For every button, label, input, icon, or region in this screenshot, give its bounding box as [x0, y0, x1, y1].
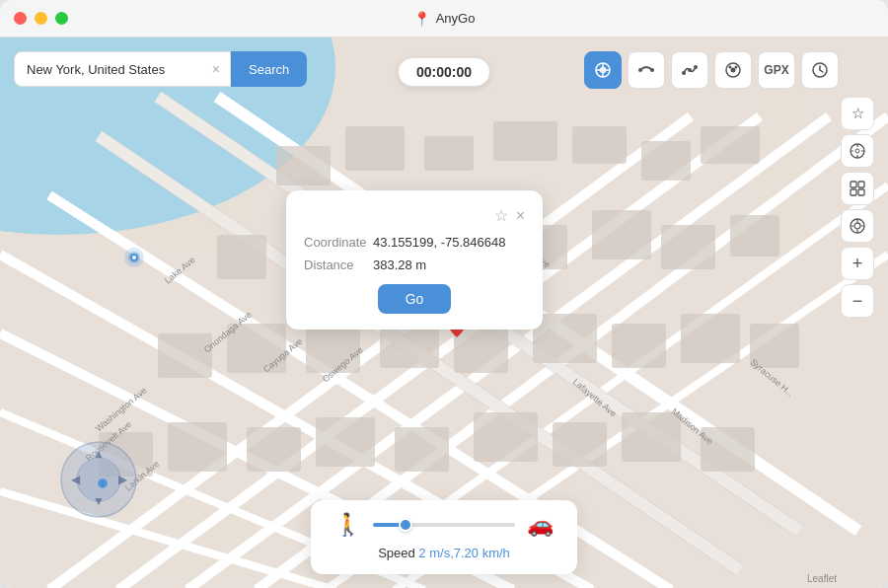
svg-point-80 [638, 68, 642, 72]
svg-point-87 [735, 66, 738, 69]
svg-point-86 [731, 68, 736, 73]
main-content: Lake Ave Onondaga Ave Cayuga Ave Oswego … [0, 37, 888, 588]
location-sidebar-button[interactable] [841, 209, 874, 243]
history-button[interactable] [801, 51, 839, 89]
popup-bookmark-button[interactable]: ☆ [494, 206, 508, 225]
titlebar: 📍 AnyGo [0, 0, 888, 37]
svg-rect-101 [858, 189, 864, 195]
svg-point-84 [694, 65, 698, 69]
teleport-mode-button[interactable] [584, 51, 622, 89]
svg-rect-24 [701, 126, 760, 164]
coordinate-row: Coordinate 43.155199, -75.846648 [304, 235, 525, 250]
joystick-control[interactable]: ▲ ▼ ◀ ▶ [59, 440, 138, 519]
svg-rect-48 [553, 422, 607, 467]
speed-label: Speed [378, 546, 418, 560]
zoom-in-button[interactable]: + [841, 247, 874, 280]
search-button[interactable]: Search [231, 51, 307, 87]
svg-point-93 [855, 149, 859, 153]
svg-rect-44 [247, 427, 301, 472]
right-sidebar: ☆ [841, 97, 874, 318]
zoom-out-button[interactable]: − [841, 284, 874, 318]
speed-slider-track [373, 523, 515, 527]
speed-slider-container[interactable] [373, 523, 515, 527]
speed-mode-row: 🚶 🚗 [334, 512, 554, 538]
svg-text:▼: ▼ [93, 494, 105, 508]
distance-value: 383.28 m [373, 257, 426, 272]
window-controls [14, 12, 68, 25]
svg-rect-33 [158, 333, 212, 378]
svg-rect-43 [168, 422, 227, 472]
svg-rect-30 [592, 210, 651, 259]
distance-row: Distance 383.28 m [304, 257, 525, 272]
svg-rect-18 [276, 146, 331, 185]
search-input[interactable] [27, 62, 210, 77]
svg-rect-40 [681, 314, 740, 363]
close-button[interactable] [14, 12, 27, 25]
car-icon: 🚗 [527, 512, 554, 538]
multi-stop-route-button[interactable] [671, 51, 708, 89]
svg-point-75 [100, 480, 106, 486]
coordinate-popup: ☆ × Coordinate 43.155199, -75.846648 Dis… [286, 190, 543, 330]
svg-rect-20 [424, 136, 474, 171]
pin-icon: 📍 [413, 11, 430, 27]
search-input-container: × [14, 51, 231, 87]
leaflet-attribution: Leaflet [807, 573, 837, 584]
svg-rect-38 [533, 314, 597, 363]
popup-go-button[interactable]: Go [378, 284, 452, 314]
svg-rect-46 [395, 427, 449, 472]
bookmark-icon: ☆ [851, 105, 864, 122]
svg-line-91 [820, 70, 823, 72]
map-sidebar-button[interactable] [841, 172, 874, 205]
timer-value: 00:00:00 [416, 64, 472, 80]
coordinate-label: Coordinate [304, 235, 373, 250]
compass-sidebar-button[interactable] [841, 134, 874, 168]
gpx-button[interactable]: GPX [758, 51, 795, 89]
popup-header: ☆ × [304, 206, 525, 225]
minimize-button[interactable] [35, 12, 47, 25]
speed-panel: 🚶 🚗 Speed 2 m/s,7.20 km/h [311, 500, 577, 574]
svg-rect-25 [217, 235, 266, 279]
timer-badge: 00:00:00 [398, 57, 490, 87]
app-title: 📍 AnyGo [413, 11, 476, 27]
zoom-in-icon: + [852, 254, 863, 274]
leaflet-text: Leaflet [807, 573, 837, 584]
svg-rect-99 [858, 182, 864, 187]
svg-point-83 [688, 68, 692, 72]
one-stop-route-button[interactable] [628, 51, 665, 89]
svg-text:▶: ▶ [118, 473, 128, 486]
bookmark-sidebar-button[interactable]: ☆ [841, 97, 874, 130]
walk-icon: 🚶 [334, 512, 361, 538]
svg-rect-32 [730, 215, 779, 257]
zoom-out-icon: − [852, 291, 863, 312]
top-toolbar: GPX [584, 51, 839, 89]
popup-close-button[interactable]: × [516, 206, 525, 225]
svg-rect-31 [661, 225, 715, 269]
search-clear-button[interactable]: × [210, 59, 222, 79]
svg-rect-22 [572, 126, 627, 164]
gpx-label: GPX [764, 63, 788, 77]
current-location-dot [124, 248, 144, 271]
joystick-mode-button[interactable] [714, 51, 752, 89]
search-bar: × Search [14, 51, 307, 87]
svg-rect-98 [851, 182, 856, 187]
maximize-button[interactable] [55, 12, 68, 25]
svg-rect-19 [345, 126, 405, 171]
svg-rect-47 [474, 412, 538, 462]
svg-rect-23 [641, 141, 691, 181]
svg-point-81 [650, 68, 654, 72]
coordinate-value: 43.155199, -75.846648 [373, 235, 505, 250]
svg-point-103 [854, 223, 860, 229]
speed-slider-thumb [399, 518, 412, 532]
svg-rect-45 [316, 417, 375, 467]
svg-rect-39 [612, 324, 666, 368]
speed-value: 2 m/s,7.20 km/h [418, 546, 509, 560]
app-name-label: AnyGo [436, 11, 476, 26]
app-window: 📍 AnyGo [0, 0, 888, 588]
svg-text:◀: ◀ [71, 473, 81, 486]
svg-rect-49 [622, 412, 681, 462]
distance-label: Distance [304, 257, 373, 272]
svg-point-82 [682, 71, 686, 75]
svg-point-67 [132, 256, 136, 259]
speed-text: Speed 2 m/s,7.20 km/h [334, 546, 554, 560]
svg-text:▲: ▲ [93, 447, 105, 461]
